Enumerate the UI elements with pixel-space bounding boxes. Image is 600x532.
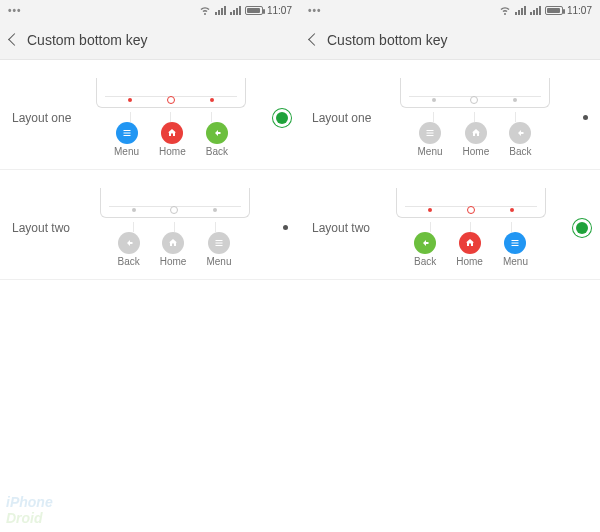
layout-preview: Back Home Menu <box>374 188 568 267</box>
home-icon <box>161 122 183 144</box>
back-icon[interactable] <box>308 33 321 46</box>
option-label: Layout two <box>12 221 74 235</box>
home-icon <box>459 232 481 254</box>
signal-icon-2 <box>530 6 541 15</box>
phone-frame-icon <box>100 188 250 218</box>
phone-frame-icon <box>396 188 546 218</box>
radio-unselected-icon[interactable] <box>283 225 288 230</box>
option-label: Layout one <box>312 111 374 125</box>
back-arrow-icon <box>414 232 436 254</box>
signal-icon <box>515 6 526 15</box>
key-home: Home <box>456 232 483 267</box>
options-list: Layout one Menu Home <box>300 60 600 532</box>
wifi-icon <box>499 4 511 16</box>
clock: 11:07 <box>267 5 292 16</box>
radio-selected-icon[interactable] <box>576 222 588 234</box>
layout-preview: Menu Home Back <box>74 78 268 157</box>
radio-unselected-icon[interactable] <box>583 115 588 120</box>
key-home: Home <box>160 232 187 267</box>
key-menu: Menu <box>418 122 443 157</box>
home-icon <box>465 122 487 144</box>
option-layout-one[interactable]: Layout one Menu Home <box>0 60 300 170</box>
signal-icon-2 <box>230 6 241 15</box>
screen-left: ••• 11:07 Custom bottom key Layout one <box>0 0 300 532</box>
back-arrow-icon <box>118 232 140 254</box>
layout-preview: Back Home Menu <box>74 188 275 267</box>
home-icon <box>162 232 184 254</box>
option-layout-two[interactable]: Layout two Back Home <box>300 170 600 280</box>
key-back: Back <box>118 232 140 267</box>
more-icon: ••• <box>8 5 22 16</box>
back-arrow-icon <box>509 122 531 144</box>
key-menu: Menu <box>206 232 231 267</box>
key-home: Home <box>463 122 490 157</box>
page-header: Custom bottom key <box>300 20 600 60</box>
options-list: Layout one Menu Home <box>0 60 300 532</box>
key-back: Back <box>509 122 531 157</box>
phone-frame-icon <box>400 78 550 108</box>
page-title: Custom bottom key <box>327 32 448 48</box>
battery-icon <box>245 6 263 15</box>
key-menu: Menu <box>114 122 139 157</box>
menu-icon <box>419 122 441 144</box>
battery-icon <box>545 6 563 15</box>
option-label: Layout one <box>12 111 74 125</box>
radio-selected-icon[interactable] <box>276 112 288 124</box>
phone-frame-icon <box>96 78 246 108</box>
key-menu: Menu <box>503 232 528 267</box>
status-bar: ••• 11:07 <box>0 0 300 20</box>
option-layout-one[interactable]: Layout one Menu Home <box>300 60 600 170</box>
layout-preview: Menu Home Back <box>374 78 575 157</box>
wifi-icon <box>199 4 211 16</box>
status-bar: ••• 11:07 <box>300 0 600 20</box>
page-title: Custom bottom key <box>27 32 148 48</box>
option-label: Layout two <box>312 221 374 235</box>
menu-icon <box>116 122 138 144</box>
page-header: Custom bottom key <box>0 20 300 60</box>
menu-icon <box>208 232 230 254</box>
clock: 11:07 <box>567 5 592 16</box>
menu-icon <box>504 232 526 254</box>
more-icon: ••• <box>308 5 322 16</box>
option-layout-two[interactable]: Layout two Back Home <box>0 170 300 280</box>
screen-right: ••• 11:07 Custom bottom key Layout one <box>300 0 600 532</box>
back-arrow-icon <box>206 122 228 144</box>
key-back: Back <box>206 122 228 157</box>
key-back: Back <box>414 232 436 267</box>
key-home: Home <box>159 122 186 157</box>
back-icon[interactable] <box>8 33 21 46</box>
signal-icon <box>215 6 226 15</box>
